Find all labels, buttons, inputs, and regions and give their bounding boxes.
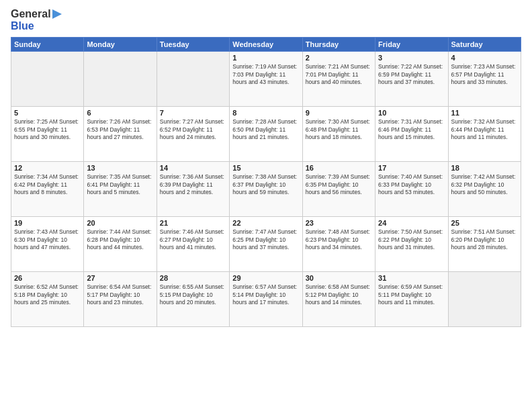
day-cell: 24Sunrise: 7:50 AM Sunset: 6:22 PM Dayli…: [375, 217, 448, 272]
logo-arrow-icon: [52, 9, 66, 19]
day-cell: 9Sunrise: 7:30 AM Sunset: 6:48 PM Daylig…: [302, 107, 375, 162]
day-info: Sunrise: 6:54 AM Sunset: 5:17 PM Dayligh…: [87, 283, 153, 306]
day-cell: 11Sunrise: 7:32 AM Sunset: 6:44 PM Dayli…: [448, 107, 521, 162]
day-cell: 6Sunrise: 7:26 AM Sunset: 6:53 PM Daylig…: [84, 107, 157, 162]
day-info: Sunrise: 7:28 AM Sunset: 6:50 PM Dayligh…: [232, 118, 299, 141]
weekday-header-friday: Friday: [375, 38, 448, 52]
day-cell: [11, 52, 84, 107]
day-info: Sunrise: 7:23 AM Sunset: 6:57 PM Dayligh…: [451, 63, 518, 86]
day-number: 20: [87, 219, 153, 227]
weekday-header-row: SundayMondayTuesdayWednesdayThursdayFrid…: [11, 38, 521, 52]
day-info: Sunrise: 7:25 AM Sunset: 6:55 PM Dayligh…: [14, 118, 81, 141]
day-number: 31: [378, 274, 445, 282]
day-info: Sunrise: 7:35 AM Sunset: 6:41 PM Dayligh…: [87, 173, 153, 196]
weekday-header-sunday: Sunday: [11, 38, 84, 52]
day-cell: 21Sunrise: 7:46 AM Sunset: 6:27 PM Dayli…: [157, 217, 229, 272]
day-number: 3: [378, 54, 445, 62]
day-cell: 22Sunrise: 7:47 AM Sunset: 6:25 PM Dayli…: [230, 217, 302, 272]
day-cell: [157, 52, 229, 107]
day-info: Sunrise: 6:58 AM Sunset: 5:12 PM Dayligh…: [306, 283, 372, 306]
calendar-container: General Blue SundayMondayTuesdayWednesda…: [0, 0, 532, 411]
day-number: 19: [14, 219, 81, 227]
day-info: Sunrise: 7:27 AM Sunset: 6:52 PM Dayligh…: [160, 118, 226, 141]
day-number: 21: [160, 219, 226, 227]
week-row-3: 12Sunrise: 7:34 AM Sunset: 6:42 PM Dayli…: [11, 162, 521, 217]
day-cell: 19Sunrise: 7:43 AM Sunset: 6:30 PM Dayli…: [11, 217, 84, 272]
day-info: Sunrise: 7:34 AM Sunset: 6:42 PM Dayligh…: [14, 173, 81, 196]
weekday-header-tuesday: Tuesday: [157, 38, 229, 52]
day-number: 10: [378, 109, 445, 117]
day-info: Sunrise: 6:59 AM Sunset: 5:11 PM Dayligh…: [378, 283, 445, 306]
day-cell: 5Sunrise: 7:25 AM Sunset: 6:55 PM Daylig…: [11, 107, 84, 162]
day-number: 22: [232, 219, 299, 227]
day-cell: 23Sunrise: 7:48 AM Sunset: 6:23 PM Dayli…: [302, 217, 375, 272]
day-number: 12: [14, 164, 81, 172]
day-cell: 29Sunrise: 6:57 AM Sunset: 5:14 PM Dayli…: [230, 272, 302, 327]
day-info: Sunrise: 7:50 AM Sunset: 6:22 PM Dayligh…: [378, 228, 445, 251]
day-cell: 1Sunrise: 7:19 AM Sunset: 7:03 PM Daylig…: [230, 52, 302, 107]
day-number: 28: [160, 274, 226, 282]
week-row-5: 26Sunrise: 6:52 AM Sunset: 5:18 PM Dayli…: [11, 272, 521, 327]
day-number: 16: [306, 164, 372, 172]
day-info: Sunrise: 7:43 AM Sunset: 6:30 PM Dayligh…: [14, 228, 81, 251]
day-number: 18: [451, 164, 518, 172]
day-info: Sunrise: 7:26 AM Sunset: 6:53 PM Dayligh…: [87, 118, 153, 141]
day-number: 9: [306, 109, 372, 117]
day-cell: 16Sunrise: 7:39 AM Sunset: 6:35 PM Dayli…: [302, 162, 375, 217]
day-number: 14: [160, 164, 226, 172]
day-cell: 8Sunrise: 7:28 AM Sunset: 6:50 PM Daylig…: [230, 107, 302, 162]
svg-marker-0: [52, 9, 62, 19]
day-info: Sunrise: 7:22 AM Sunset: 6:59 PM Dayligh…: [378, 63, 445, 86]
day-number: 7: [160, 109, 226, 117]
day-number: 29: [232, 274, 299, 282]
day-number: 6: [87, 109, 153, 117]
day-cell: 17Sunrise: 7:40 AM Sunset: 6:33 PM Dayli…: [375, 162, 448, 217]
day-cell: 2Sunrise: 7:21 AM Sunset: 7:01 PM Daylig…: [302, 52, 375, 107]
day-info: Sunrise: 7:36 AM Sunset: 6:39 PM Dayligh…: [160, 173, 226, 196]
day-cell: [448, 272, 521, 327]
day-info: Sunrise: 6:55 AM Sunset: 5:15 PM Dayligh…: [160, 283, 226, 306]
logo-blue: Blue: [11, 20, 34, 32]
day-number: 27: [87, 274, 153, 282]
day-info: Sunrise: 7:31 AM Sunset: 6:46 PM Dayligh…: [378, 118, 445, 141]
day-info: Sunrise: 7:32 AM Sunset: 6:44 PM Dayligh…: [451, 118, 518, 141]
day-cell: 25Sunrise: 7:51 AM Sunset: 6:20 PM Dayli…: [448, 217, 521, 272]
day-number: 26: [14, 274, 81, 282]
day-info: Sunrise: 7:19 AM Sunset: 7:03 PM Dayligh…: [232, 63, 299, 86]
day-info: Sunrise: 7:30 AM Sunset: 6:48 PM Dayligh…: [306, 118, 372, 141]
logo: General Blue: [11, 8, 66, 32]
day-info: Sunrise: 7:48 AM Sunset: 6:23 PM Dayligh…: [306, 228, 372, 251]
day-info: Sunrise: 7:42 AM Sunset: 6:32 PM Dayligh…: [451, 173, 518, 196]
day-cell: 14Sunrise: 7:36 AM Sunset: 6:39 PM Dayli…: [157, 162, 229, 217]
day-info: Sunrise: 7:39 AM Sunset: 6:35 PM Dayligh…: [306, 173, 372, 196]
header: General Blue: [11, 8, 521, 32]
day-cell: 30Sunrise: 6:58 AM Sunset: 5:12 PM Dayli…: [302, 272, 375, 327]
weekday-header-wednesday: Wednesday: [230, 38, 302, 52]
day-info: Sunrise: 7:46 AM Sunset: 6:27 PM Dayligh…: [160, 228, 226, 251]
week-row-4: 19Sunrise: 7:43 AM Sunset: 6:30 PM Dayli…: [11, 217, 521, 272]
day-number: 23: [306, 219, 372, 227]
day-cell: 4Sunrise: 7:23 AM Sunset: 6:57 PM Daylig…: [448, 52, 521, 107]
day-info: Sunrise: 7:44 AM Sunset: 6:28 PM Dayligh…: [87, 228, 153, 251]
day-cell: 13Sunrise: 7:35 AM Sunset: 6:41 PM Dayli…: [84, 162, 157, 217]
day-number: 8: [232, 109, 299, 117]
weekday-header-thursday: Thursday: [302, 38, 375, 52]
weekday-header-saturday: Saturday: [448, 38, 521, 52]
day-cell: 27Sunrise: 6:54 AM Sunset: 5:17 PM Dayli…: [84, 272, 157, 327]
day-cell: 31Sunrise: 6:59 AM Sunset: 5:11 PM Dayli…: [375, 272, 448, 327]
day-cell: [84, 52, 157, 107]
day-info: Sunrise: 7:40 AM Sunset: 6:33 PM Dayligh…: [378, 173, 445, 196]
day-info: Sunrise: 7:47 AM Sunset: 6:25 PM Dayligh…: [232, 228, 299, 251]
calendar-table: SundayMondayTuesdayWednesdayThursdayFrid…: [11, 37, 521, 327]
day-cell: 7Sunrise: 7:27 AM Sunset: 6:52 PM Daylig…: [157, 107, 229, 162]
day-cell: 18Sunrise: 7:42 AM Sunset: 6:32 PM Dayli…: [448, 162, 521, 217]
day-number: 4: [451, 54, 518, 62]
day-info: Sunrise: 7:21 AM Sunset: 7:01 PM Dayligh…: [306, 63, 372, 86]
day-number: 13: [87, 164, 153, 172]
day-info: Sunrise: 7:38 AM Sunset: 6:37 PM Dayligh…: [232, 173, 299, 196]
day-cell: 12Sunrise: 7:34 AM Sunset: 6:42 PM Dayli…: [11, 162, 84, 217]
day-number: 2: [306, 54, 372, 62]
day-cell: 3Sunrise: 7:22 AM Sunset: 6:59 PM Daylig…: [375, 52, 448, 107]
day-cell: 10Sunrise: 7:31 AM Sunset: 6:46 PM Dayli…: [375, 107, 448, 162]
day-number: 17: [378, 164, 445, 172]
